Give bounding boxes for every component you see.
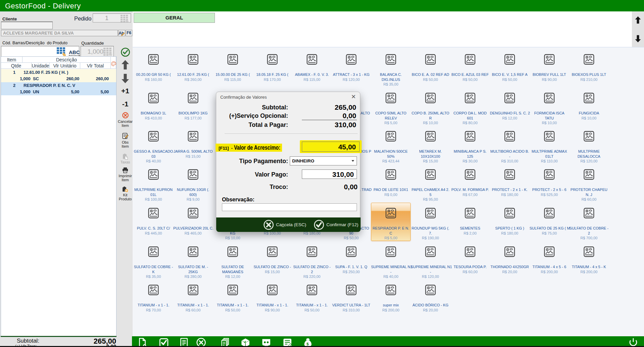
svg-text:$: $ — [307, 342, 309, 346]
